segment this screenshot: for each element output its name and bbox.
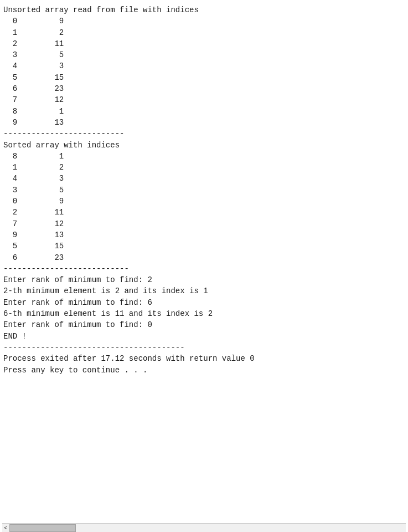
scrollbar-track[interactable]: [9, 524, 406, 533]
terminal-line: 2 11: [3, 38, 405, 49]
terminal-line: Press any key to continue . . .: [3, 365, 405, 376]
scrollbar-thumb[interactable]: [9, 524, 76, 532]
terminal-line: 1 2: [3, 162, 405, 173]
terminal-line: 3 5: [3, 185, 405, 196]
output-area: Unsorted array read from file with indic…: [2, 4, 406, 523]
terminal-line: 1 2: [3, 27, 405, 38]
terminal-line: 4 3: [3, 173, 405, 184]
terminal-line: 6 23: [3, 83, 405, 94]
terminal-line: 7 12: [3, 218, 405, 229]
terminal-line: 6-th minimum element is 11 and its index…: [3, 308, 405, 319]
terminal-line: ---------------------------: [3, 263, 405, 274]
terminal-line: 2-th minimum element is 2 and its index …: [3, 285, 405, 296]
terminal-line: Unsorted array read from file with indic…: [3, 4, 405, 16]
terminal-line: 5 15: [3, 241, 405, 252]
scroll-left-button[interactable]: <: [2, 525, 9, 531]
terminal-line: 3 5: [3, 49, 405, 60]
terminal-line: 9 13: [3, 229, 405, 241]
terminal-line: 4 3: [3, 60, 405, 71]
terminal-line: --------------------------: [3, 128, 405, 139]
terminal-line: 5 15: [3, 72, 405, 83]
terminal-line: 8 1: [3, 106, 405, 117]
terminal-line: Enter rank of minimum to find: 2: [3, 274, 405, 285]
terminal-line: 9 13: [3, 117, 405, 128]
terminal-line: 8 1: [3, 151, 405, 162]
terminal-line: Enter rank of minimum to find: 6: [3, 297, 405, 308]
terminal-line: 2 11: [3, 207, 405, 218]
terminal-line: 0 9: [3, 196, 405, 207]
terminal-line: Enter rank of minimum to find: 0: [3, 319, 405, 330]
terminal-line: 6 23: [3, 252, 405, 263]
terminal-container: Unsorted array read from file with indic…: [0, 0, 408, 532]
terminal-line: Sorted array with indices: [3, 140, 405, 151]
terminal-line: ---------------------------------------: [3, 342, 405, 353]
terminal-line: Process exited after 17.12 seconds with …: [3, 353, 405, 364]
scrollbar-area[interactable]: <: [2, 523, 406, 532]
terminal-line: 0 9: [3, 16, 405, 27]
terminal-line: 7 12: [3, 94, 405, 105]
terminal-line: END !: [3, 331, 405, 342]
